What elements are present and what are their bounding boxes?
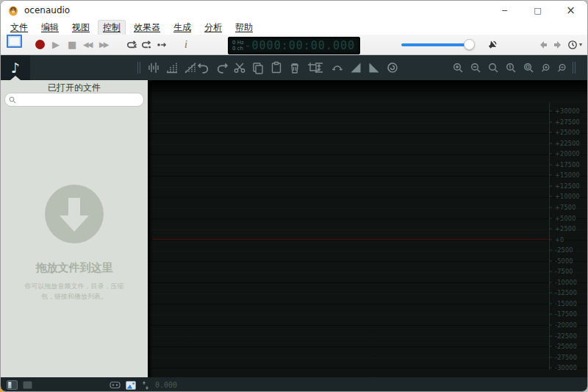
menu-bar: 文件编辑视图控制效果器生成分析帮助 [1,20,587,35]
waveform-editor[interactable]: +30000+27500+25000+22500+20000+17500+150… [148,80,587,377]
volume-slider[interactable] [401,43,472,46]
search-icon [9,96,16,104]
scale-label: -7500 [549,268,573,275]
amplitude-tools-group [312,55,399,80]
mute-button[interactable] [486,35,499,54]
delete-icon[interactable] [288,61,301,74]
play-from-cursor-icon [156,39,168,51]
file-dropzone[interactable]: 拖放文件到这里 你可以拖放音频文件，目录，压缩包，链接和播放列表。 [1,183,148,302]
zoom-in-icon[interactable] [452,62,465,74]
arrow-right-icon [553,40,563,50]
pan-icon[interactable] [331,61,344,74]
toggle-sidebar-button[interactable] [7,377,18,392]
history-clock-icon [567,39,578,51]
loop-selection-button[interactable] [140,35,152,54]
zoom-tools-group [452,55,577,80]
history-dropdown-glyph: ▾ [579,41,582,48]
rewind-button[interactable]: ◀◀ [83,35,91,54]
scale-label: -30000 [549,365,577,371]
scale-label: -15000 [549,300,577,307]
menu-item-1[interactable]: 编辑 [36,20,64,35]
scale-label: +30000 [549,108,580,115]
zoom-selection-icon[interactable] [523,62,535,74]
play-from-cursor-button[interactable] [156,35,168,54]
menu-item-6[interactable]: 分析 [199,20,227,35]
vertical-zoom-out-icon[interactable] [556,63,567,74]
minimize-button[interactable]: ─ [488,1,521,20]
spectrogram-view-icon[interactable] [165,61,179,74]
fast-forward-button[interactable]: ▶▶ [99,35,107,54]
menu-item-2[interactable]: 视图 [67,20,95,35]
window-title: ocenaudio [24,5,70,15]
undo-icon[interactable] [196,61,210,75]
menu-item-0[interactable]: 文件 [5,20,33,35]
navigate-back-button[interactable] [538,35,548,54]
maximize-button[interactable]: □ [521,1,554,20]
zoom-fit-icon[interactable] [487,62,500,74]
copy-icon[interactable] [251,61,265,74]
volume-slider-thumb[interactable] [464,39,475,50]
file-search-input[interactable] [16,95,143,104]
fade-out-icon[interactable] [368,61,381,74]
scale-label: -12500 [549,290,577,296]
toolbar-grip-right[interactable] [573,62,577,74]
scale-label: -22500 [549,332,577,339]
info-button[interactable]: i [184,35,187,54]
normalize-icon[interactable] [386,61,399,74]
view-tools-group [137,55,197,80]
history-button[interactable]: ▾ [567,35,582,54]
scale-label: +10000 [549,193,580,200]
close-button[interactable]: × [554,1,587,20]
scale-label: +25000 [549,129,580,136]
record-button[interactable] [35,35,45,54]
amplitude-scale: +30000+27500+25000+22500+20000+17500+150… [548,80,587,377]
scale-label: +7500 [549,204,576,210]
app-window: ocenaudio ─ □ × 文件编辑视图控制效果器生成分析帮助 ▶ ■ ◀◀… [0,0,588,392]
audio-format-info: 0 Hz 0 ch [232,40,244,51]
navigate-forward-button[interactable] [553,35,563,54]
transport-toolbar: ▶ ■ ◀◀ ▶▶ i 0 Hz [1,35,587,55]
scale-label: -17500 [549,311,577,318]
sort-arrows-icon [142,381,149,390]
adjust-level-icon[interactable] [312,61,326,74]
view-thumbnail-button[interactable] [126,377,136,392]
waveform-view-icon[interactable] [147,61,160,74]
opened-files-panel: 已打开的文件 拖放文件到这里 你可以拖放音频文件，目录，压缩包，链接和播放列表。 [1,80,148,377]
loop-button[interactable] [126,35,137,54]
zoom-one-to-one-icon[interactable] [505,62,517,74]
selection-tool-button[interactable] [7,35,22,48]
snap-toggle-button[interactable] [110,377,121,392]
snap-icon [110,381,121,389]
spectrum-disabled-icon[interactable] [184,61,197,74]
file-search-box[interactable] [4,93,144,107]
panel-option-button[interactable] [23,377,32,392]
menu-item-7[interactable]: 帮助 [230,20,258,35]
stop-button[interactable]: ■ [68,35,76,54]
vertical-zoom-in-icon[interactable] [540,63,551,74]
title-bar[interactable]: ocenaudio ─ □ × [1,1,587,20]
zoom-out-icon[interactable] [470,62,482,74]
thumbnail-icon [126,381,136,390]
cursor-position-label: 0.000 [155,377,177,392]
sort-button[interactable] [142,377,149,392]
menu-item-3[interactable]: 控制 [98,20,126,35]
redo-icon[interactable] [215,61,229,75]
scale-label: +0 [549,236,564,243]
cut-icon[interactable] [233,61,246,74]
arrow-left-icon [538,40,548,50]
scale-label: +5000 [549,215,576,221]
scale-label: +15000 [549,172,580,179]
undo-redo-group [196,55,229,80]
scale-label: +27500 [549,118,580,125]
time-display: 0 Hz 0 ch -0000:00:00.000 [228,37,360,54]
fade-in-icon[interactable] [349,61,362,74]
play-button[interactable]: ▶ [52,35,60,54]
scale-label: +12500 [549,182,580,189]
editing-toolbar: ♪ [1,55,587,80]
channels-label: 0 ch [232,46,244,51]
paste-icon[interactable] [270,61,283,74]
menu-item-4[interactable]: 效果器 [129,20,165,35]
menu-item-5[interactable]: 生成 [168,20,196,35]
edit-group [233,55,320,80]
toolbar-grip[interactable] [137,62,142,74]
